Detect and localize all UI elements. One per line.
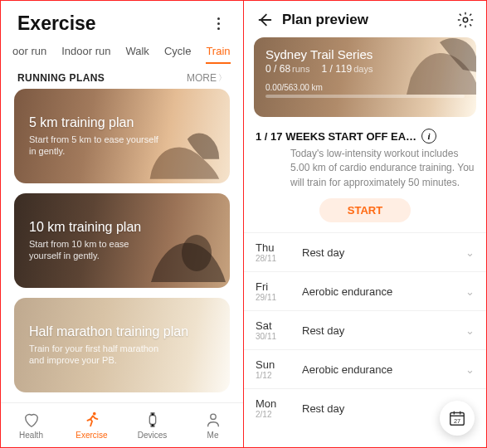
card-subtitle: Start from 5 km to ease yourself in gent… [29,134,162,158]
nav-label: Me [207,431,219,440]
plan-hero[interactable]: Sydney Trail Series 0 / 68runs 1 / 119da… [254,37,476,117]
person-icon [204,411,222,429]
runner-icon [83,411,101,429]
svg-point-4 [463,17,468,22]
start-button[interactable]: START [319,198,411,222]
runs-stat: 0 / 68runs [265,63,309,75]
week-description: Today's low-intensity workout includes 5… [244,147,486,190]
header: Exercise [1,1,243,40]
section-header: RUNNING PLANS MORE 〉 [1,64,243,89]
nav-exercise[interactable]: Exercise [61,403,122,447]
nav-me[interactable]: Me [183,403,243,447]
svg-point-0 [182,235,212,271]
tab-outdoor-run[interactable]: oor run [12,45,46,64]
section-title: RUNNING PLANS [17,72,105,84]
schedule-row[interactable]: Sun1/12 Aerobic endurance ⌄ [244,349,486,388]
svg-text:27: 27 [454,417,460,425]
tabs: oor run Indoor run Walk Cycle Train [1,40,243,64]
nav-label: Exercise [75,431,107,440]
tab-walk[interactable]: Walk [125,45,149,64]
exercise-screen: Exercise oor run Indoor run Walk Cycle T… [1,1,243,447]
bottom-nav: Health Exercise Devices Me [1,402,243,447]
activity-label: Aerobic endurance [302,363,454,376]
schedule-row[interactable]: Thu28/11 Rest day ⌄ [244,232,486,271]
plan-card-5km[interactable]: 5 km training plan Start from 5 km to ea… [14,89,230,183]
nav-label: Health [19,431,43,440]
page-title: Plan preview [282,12,448,28]
schedule-row[interactable]: Fri29/11 Aerobic endurance ⌄ [244,271,486,310]
shoe-icon [139,212,230,288]
chevron-right-icon: 〉 [218,72,226,84]
shoe-icon [390,37,476,115]
header: Plan preview [244,1,486,37]
calendar-icon: 27 [448,409,466,427]
more-menu-icon[interactable] [210,16,226,32]
watch-icon [144,411,162,429]
plan-card-10km[interactable]: 10 km training plan Start from 10 km to … [14,193,230,288]
week-label: 1 / 17 WEEKS START OFF EA… [256,130,416,143]
nav-devices[interactable]: Devices [122,403,183,447]
calendar-fab[interactable]: 27 [440,401,475,436]
activity-label: Rest day [302,324,454,337]
tab-cycle[interactable]: Cycle [164,45,192,64]
activity-label: Rest day [302,402,454,415]
gear-icon[interactable] [456,11,475,29]
week-header: 1 / 17 WEEKS START OFF EA… i [244,117,486,147]
shoe-icon [144,122,223,183]
svg-point-3 [210,414,215,419]
card-subtitle: Train for your first half marathon and i… [29,343,162,367]
back-icon[interactable] [256,11,274,29]
page-title: Exercise [17,12,96,35]
card-title: Half marathon training plan [29,324,215,339]
chevron-down-icon: ⌄ [465,324,475,337]
plan-cards: 5 km training plan Start from 5 km to ea… [1,89,243,402]
tab-train[interactable]: Train [206,45,230,64]
plan-card-half-marathon[interactable]: Half marathon training plan Train for yo… [14,298,230,392]
svg-rect-2 [149,416,155,425]
heart-icon [22,411,41,429]
activity-label: Aerobic endurance [302,285,454,298]
activity-label: Rest day [302,246,454,259]
nav-health[interactable]: Health [1,403,61,447]
svg-point-1 [92,412,95,416]
schedule-row[interactable]: Sat30/11 Rest day ⌄ [244,310,486,349]
chevron-down-icon: ⌄ [465,285,475,298]
plan-preview-screen: Plan preview Sydney Trail Series 0 / 68r… [244,1,486,447]
days-stat: 1 / 119days [321,63,373,75]
more-link[interactable]: MORE 〉 [187,72,226,84]
info-icon[interactable]: i [421,129,436,144]
chevron-down-icon: ⌄ [465,363,475,376]
nav-label: Devices [138,431,168,440]
tab-indoor-run[interactable]: Indoor run [61,45,110,64]
chevron-down-icon: ⌄ [465,246,475,259]
more-label: MORE [187,72,217,84]
